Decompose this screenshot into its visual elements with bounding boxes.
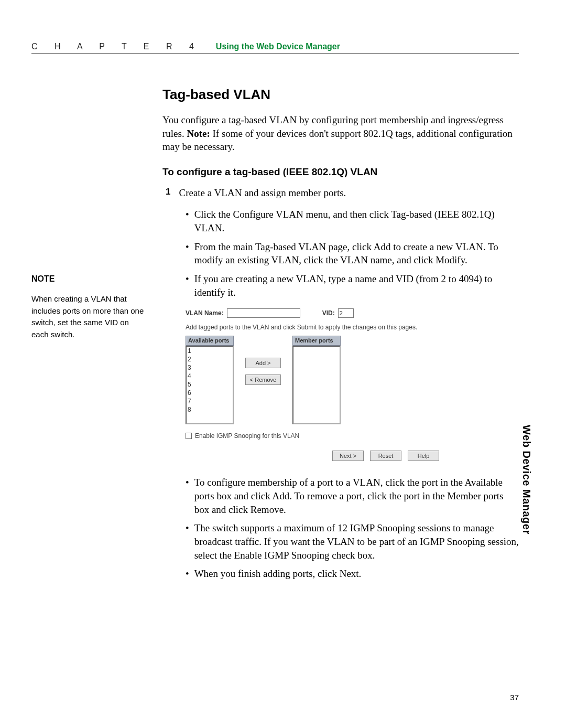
- section-heading: Tag-based VLAN: [162, 85, 519, 104]
- member-ports-listbox[interactable]: [292, 346, 341, 424]
- port-option[interactable]: 8: [188, 405, 233, 414]
- port-option[interactable]: 5: [188, 380, 233, 389]
- bullet-text: From the main Tag-based VLAN page, click…: [194, 240, 519, 267]
- step-number: 1: [166, 186, 170, 200]
- port-option[interactable]: 4: [188, 372, 233, 380]
- section-side-tab: Web Device Manager: [520, 425, 532, 534]
- port-option[interactable]: 1: [188, 347, 233, 355]
- step-text: Create a VLAN and assign member ports.: [179, 186, 346, 200]
- bullet-dot: •: [186, 521, 189, 562]
- bullet-text: When you finish adding ports, click Next…: [194, 567, 362, 581]
- intro-note-label: Note:: [187, 128, 210, 139]
- bullet-text: To configure membership of a port to a V…: [194, 476, 519, 516]
- vlan-config-screenshot: VLAN Name: VID: 2 Add tagged ports to th…: [186, 308, 519, 461]
- bullets-group-b: •To configure membership of a port to a …: [186, 476, 519, 580]
- procedure-heading: To configure a tag-based (IEEE 802.1Q) V…: [162, 165, 519, 179]
- main-content: Tag-based VLAN You configure a tag-based…: [162, 85, 519, 586]
- bullets-group-a: •Click the Configure VLAN menu, and then…: [186, 208, 519, 299]
- page-number: 37: [510, 693, 519, 702]
- remove-port-button[interactable]: < Remove: [245, 374, 281, 385]
- igmp-snooping-label: Enable IGMP Snooping for this VLAN: [195, 432, 299, 440]
- bullet-item: •If you are creating a new VLAN, type a …: [186, 272, 519, 299]
- port-option[interactable]: 6: [188, 389, 233, 397]
- next-button[interactable]: Next >: [332, 451, 364, 461]
- available-ports-listbox[interactable]: 1 2 3 4 5 6 7 8: [186, 346, 234, 424]
- bullet-item: •The switch supports a maximum of 12 IGM…: [186, 521, 519, 562]
- side-note-column: NOTE When creating a VLAN that includes …: [31, 85, 147, 586]
- note-body: When creating a VLAN that includes ports…: [31, 293, 147, 340]
- bullet-text: Click the Configure VLAN menu, and then …: [194, 208, 519, 234]
- page-header: C H A P T E R 4 Using the Web Device Man…: [31, 42, 519, 54]
- vlan-name-input[interactable]: [227, 308, 300, 318]
- igmp-snooping-checkbox[interactable]: [186, 433, 192, 439]
- bullet-dot: •: [186, 567, 189, 581]
- bullet-item: •When you finish adding ports, click Nex…: [186, 567, 519, 581]
- vid-input[interactable]: 2: [338, 308, 354, 318]
- vid-label: VID:: [322, 309, 335, 317]
- intro-paragraph: You configure a tag-based VLAN by config…: [162, 113, 519, 154]
- vlan-name-row: VLAN Name: VID: 2: [186, 308, 519, 318]
- vlan-name-label: VLAN Name:: [186, 309, 224, 317]
- bullet-dot: •: [186, 272, 189, 299]
- member-ports-header: Member ports: [292, 336, 341, 346]
- intro-text-b: If some of your devices don't support 80…: [162, 128, 513, 153]
- bullet-dot: •: [186, 240, 189, 267]
- bullet-item: •To configure membership of a port to a …: [186, 476, 519, 516]
- bullet-text: If you are creating a new VLAN, type a n…: [194, 272, 519, 299]
- reset-button[interactable]: Reset: [370, 451, 401, 461]
- add-port-button[interactable]: Add >: [245, 358, 281, 368]
- port-option[interactable]: 3: [188, 363, 233, 372]
- note-title: NOTE: [31, 274, 147, 284]
- bullet-dot: •: [186, 208, 189, 234]
- bullet-dot: •: [186, 476, 189, 516]
- bullet-item: •Click the Configure VLAN menu, and then…: [186, 208, 519, 234]
- available-ports-header: Available ports: [186, 336, 234, 346]
- bullet-text: The switch supports a maximum of 12 IGMP…: [194, 521, 519, 562]
- help-button[interactable]: Help: [408, 451, 439, 461]
- step-1: 1 Create a VLAN and assign member ports.: [166, 186, 519, 200]
- port-option[interactable]: 2: [188, 355, 233, 363]
- chapter-subtitle: Using the Web Device Manager: [216, 42, 340, 51]
- chapter-label: C H A P T E R 4: [31, 42, 201, 51]
- bullet-item: •From the main Tag-based VLAN page, clic…: [186, 240, 519, 267]
- port-option[interactable]: 7: [188, 397, 233, 405]
- vlan-desc: Add tagged ports to the VLAN and click S…: [186, 323, 519, 331]
